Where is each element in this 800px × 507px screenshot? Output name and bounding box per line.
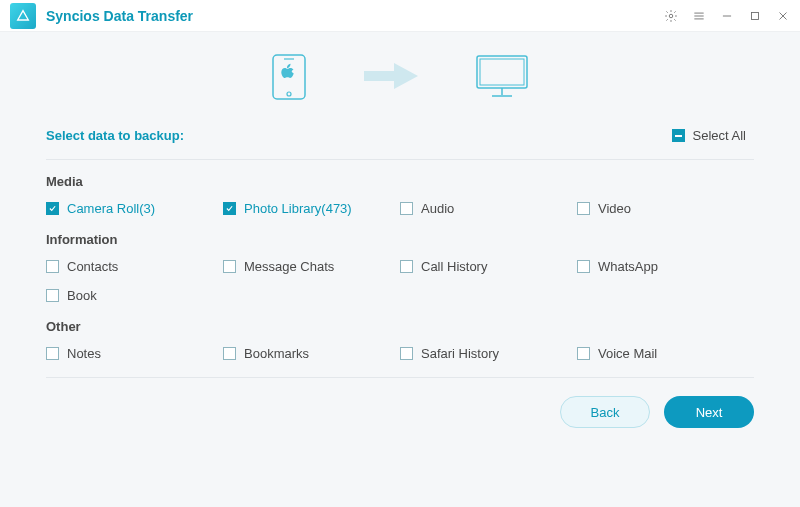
checkbox-label: Photo Library(473): [244, 201, 352, 216]
svg-point-0: [669, 14, 673, 18]
svg-point-9: [287, 92, 291, 96]
checkbox-video[interactable]: Video: [577, 201, 754, 216]
checkbox-icon: [46, 260, 59, 273]
checkbox-contacts[interactable]: Contacts: [46, 259, 223, 274]
monitor-icon: [476, 55, 528, 99]
select-all-label: Select All: [693, 128, 746, 143]
checkbox-whatsapp[interactable]: WhatsApp: [577, 259, 754, 274]
main-content: Select data to backup: Select All Media …: [0, 32, 800, 446]
checkbox-icon: [46, 289, 59, 302]
checkbox-label: Book: [67, 288, 97, 303]
checkbox-icon: [46, 202, 59, 215]
checkbox-icon: [577, 347, 590, 360]
checkbox-camera-roll[interactable]: Camera Roll(3): [46, 201, 223, 216]
checkbox-icon: [223, 347, 236, 360]
checkbox-label: Safari History: [421, 346, 499, 361]
arrow-right-icon: [364, 61, 418, 94]
next-button[interactable]: Next: [664, 396, 754, 428]
indeterminate-check-icon: [672, 129, 685, 142]
minimize-icon[interactable]: [720, 9, 734, 23]
window-controls: [664, 9, 790, 23]
footer-buttons: Back Next: [46, 392, 754, 428]
header-row: Select data to backup: Select All: [46, 128, 754, 143]
gear-icon[interactable]: [664, 9, 678, 23]
group-label-other: Other: [46, 319, 754, 334]
checkbox-icon: [400, 202, 413, 215]
checkbox-label: Voice Mail: [598, 346, 657, 361]
group-label-information: Information: [46, 232, 754, 247]
app-title: Syncios Data Transfer: [46, 8, 193, 24]
checkbox-label: Audio: [421, 201, 454, 216]
app-logo-icon: [10, 3, 36, 29]
checkbox-label: Bookmarks: [244, 346, 309, 361]
close-icon[interactable]: [776, 9, 790, 23]
select-all-checkbox[interactable]: Select All: [672, 128, 746, 143]
divider: [46, 377, 754, 378]
checkbox-voice-mail[interactable]: Voice Mail: [577, 346, 754, 361]
checkbox-icon: [400, 260, 413, 273]
checkbox-notes[interactable]: Notes: [46, 346, 223, 361]
svg-rect-12: [480, 59, 524, 85]
maximize-icon[interactable]: [748, 9, 762, 23]
divider: [46, 159, 754, 160]
checkbox-label: Call History: [421, 259, 487, 274]
checkbox-audio[interactable]: Audio: [400, 201, 577, 216]
checkbox-bookmarks[interactable]: Bookmarks: [223, 346, 400, 361]
titlebar: Syncios Data Transfer: [0, 0, 800, 32]
media-grid: Camera Roll(3) Photo Library(473) Audio …: [46, 201, 754, 216]
checkbox-icon: [577, 260, 590, 273]
back-button[interactable]: Back: [560, 396, 650, 428]
information-grid: Contacts Message Chats Call History What…: [46, 259, 754, 303]
checkbox-label: Camera Roll(3): [67, 201, 155, 216]
checkbox-icon: [223, 202, 236, 215]
checkbox-label: WhatsApp: [598, 259, 658, 274]
checkbox-label: Contacts: [67, 259, 118, 274]
checkbox-label: Message Chats: [244, 259, 334, 274]
checkbox-book[interactable]: Book: [46, 288, 223, 303]
svg-rect-11: [477, 56, 527, 88]
phone-icon: [272, 54, 306, 100]
checkbox-safari-history[interactable]: Safari History: [400, 346, 577, 361]
checkbox-icon: [223, 260, 236, 273]
svg-rect-5: [752, 12, 759, 19]
device-flow: [46, 54, 754, 100]
checkbox-label: Video: [598, 201, 631, 216]
group-label-media: Media: [46, 174, 754, 189]
checkbox-icon: [577, 202, 590, 215]
checkbox-call-history[interactable]: Call History: [400, 259, 577, 274]
section-prompt: Select data to backup:: [46, 128, 672, 143]
checkbox-label: Notes: [67, 346, 101, 361]
checkbox-icon: [46, 347, 59, 360]
menu-icon[interactable]: [692, 9, 706, 23]
checkbox-photo-library[interactable]: Photo Library(473): [223, 201, 400, 216]
other-grid: Notes Bookmarks Safari History Voice Mai…: [46, 346, 754, 361]
checkbox-icon: [400, 347, 413, 360]
checkbox-message-chats[interactable]: Message Chats: [223, 259, 400, 274]
